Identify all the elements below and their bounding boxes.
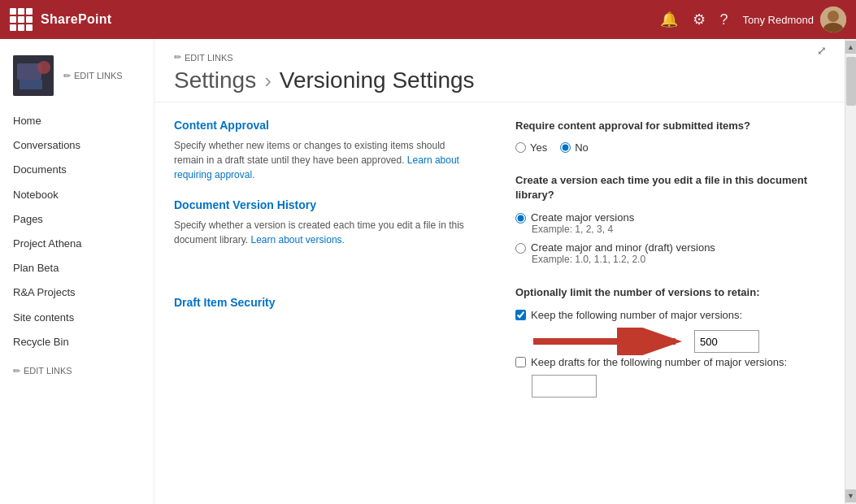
- sidebar-item-plan-beta[interactable]: Plan Beta: [0, 256, 154, 280]
- notification-icon[interactable]: 🔔: [660, 11, 678, 28]
- edit-links-top-sidebar[interactable]: ✏ EDIT LINKS: [63, 71, 123, 81]
- limit-versions-title: Optionally limit the number of versions …: [515, 285, 825, 301]
- pencil-icon: ✏: [63, 71, 71, 81]
- major-versions-radio[interactable]: [515, 213, 526, 224]
- scrollbar-down-button[interactable]: ▼: [845, 489, 857, 502]
- sidebar-navigation: Home Conversations Documents Notebook Pa…: [0, 109, 154, 354]
- doc-version-link[interactable]: Learn about versions.: [250, 234, 344, 245]
- sidebar-logo-area: ✏ EDIT LINKS: [0, 47, 154, 109]
- main-layout: ✏ EDIT LINKS Home Conversations Document…: [0, 39, 856, 504]
- keep-major-checkbox-item: Keep the following number of major versi…: [515, 308, 825, 323]
- sidebar-bottom: ✏ EDIT LINKS: [0, 358, 154, 385]
- site-logo: [13, 55, 54, 96]
- breadcrumb-parent: Settings: [174, 67, 256, 93]
- help-icon[interactable]: ?: [720, 11, 728, 28]
- sidebar-item-pages[interactable]: Pages: [0, 207, 154, 232]
- approval-no-radio[interactable]: No: [560, 141, 589, 154]
- expand-button[interactable]: ⤢: [810, 39, 833, 62]
- minor-versions-radio[interactable]: [515, 243, 526, 254]
- scrollbar-up-button[interactable]: ▲: [845, 41, 857, 54]
- approval-yes-radio[interactable]: Yes: [515, 141, 547, 154]
- doc-version-title: Document Version History: [174, 198, 476, 211]
- content-approval-desc: Specify whether new items or changes to …: [174, 138, 476, 182]
- edit-links-bottom-sidebar[interactable]: ✏ EDIT LINKS: [13, 366, 141, 376]
- settings-left-column: Content Approval Specify whether new ite…: [154, 119, 496, 417]
- keep-major-checkbox[interactable]: [515, 310, 526, 320]
- arrow-container: [515, 328, 694, 355]
- doc-version-desc: Specify whether a version is created eac…: [174, 218, 476, 247]
- top-navigation-bar: SharePoint 🔔 ⚙ ? Tony Redmond: [0, 0, 856, 39]
- waffle-icon[interactable]: [10, 8, 33, 31]
- content-area: ⤢ ✏ EDIT LINKS Settings › Versioning Set…: [154, 39, 845, 504]
- user-menu[interactable]: Tony Redmond: [743, 7, 846, 33]
- sidebar-item-ra-projects[interactable]: R&A Projects: [0, 280, 154, 305]
- keep-drafts-label[interactable]: Keep drafts for the following number of …: [531, 355, 787, 370]
- limit-versions-section: Optionally limit the number of versions …: [515, 285, 825, 398]
- settings-right-column: Require content approval for submitted i…: [496, 119, 845, 417]
- scrollbar: ▲ ▼: [845, 39, 856, 504]
- sidebar-item-conversations[interactable]: Conversations: [0, 133, 154, 158]
- approval-yes-input[interactable]: [515, 142, 526, 153]
- keep-drafts-checkbox[interactable]: [515, 357, 526, 367]
- major-versions-example: Example: 1, 2, 3, 4: [532, 224, 825, 235]
- major-versions-input[interactable]: 500: [694, 330, 759, 353]
- svg-point-6: [37, 61, 50, 74]
- content-approval-title: Content Approval: [174, 119, 476, 132]
- top-bar-icons: 🔔 ⚙ ? Tony Redmond: [660, 7, 846, 33]
- breadcrumb-current: Versioning Settings: [280, 67, 475, 93]
- sidebar-item-home[interactable]: Home: [0, 109, 154, 133]
- sidebar-item-site-contents[interactable]: Site contents: [0, 306, 154, 330]
- page-title: Settings › Versioning Settings: [174, 67, 825, 93]
- content-approval-section: Content Approval Specify whether new ite…: [174, 119, 476, 182]
- version-options: Create major versions Example: 1, 2, 3, …: [515, 211, 825, 265]
- minor-versions-option: Create major and minor (draft) versions …: [515, 241, 825, 265]
- sidebar-item-documents[interactable]: Documents: [0, 158, 154, 182]
- keep-drafts-checkbox-item: Keep drafts for the following number of …: [515, 355, 825, 370]
- settings-body: Content Approval Specify whether new ite…: [154, 102, 845, 433]
- app-logo: SharePoint: [41, 12, 111, 27]
- content-approval-right: Require content approval for submitted i…: [515, 119, 825, 154]
- approval-no-input[interactable]: [560, 142, 571, 153]
- settings-icon[interactable]: ⚙: [693, 11, 706, 28]
- drafts-versions-input[interactable]: [532, 375, 597, 398]
- edit-links-header[interactable]: ✏ EDIT LINKS: [174, 52, 825, 63]
- major-versions-label[interactable]: Create major versions: [515, 211, 825, 224]
- sidebar-item-project-athena[interactable]: Project Athena: [0, 232, 154, 256]
- red-arrow-icon: [525, 328, 688, 355]
- create-version-title: Create a version each time you edit a fi…: [515, 173, 825, 202]
- require-approval-title: Require content approval for submitted i…: [515, 119, 825, 133]
- sidebar: ✏ EDIT LINKS Home Conversations Document…: [0, 39, 154, 504]
- avatar: [820, 7, 846, 33]
- page-header: ✏ EDIT LINKS Settings › Versioning Setti…: [154, 39, 845, 102]
- sidebar-item-notebook[interactable]: Notebook: [0, 183, 154, 207]
- doc-version-section: Document Version History Specify whether…: [174, 198, 476, 247]
- major-versions-option: Create major versions Example: 1, 2, 3, …: [515, 211, 825, 235]
- version-creation-right: Create a version each time you edit a fi…: [515, 173, 825, 398]
- user-name: Tony Redmond: [743, 14, 814, 26]
- keep-major-label[interactable]: Keep the following number of major versi…: [531, 308, 742, 323]
- breadcrumb-separator: ›: [264, 68, 272, 93]
- scrollbar-thumb[interactable]: [846, 57, 856, 106]
- arrow-input-row: 500: [515, 328, 825, 355]
- svg-point-1: [828, 11, 839, 22]
- draft-section-title: Draft Item Security: [174, 296, 476, 309]
- pencil-icon-bottom: ✏: [13, 366, 20, 376]
- scrollbar-track[interactable]: [845, 54, 857, 489]
- minor-versions-label[interactable]: Create major and minor (draft) versions: [515, 241, 825, 254]
- minor-versions-example: Example: 1.0, 1.1, 1.2, 2.0: [532, 254, 825, 265]
- sidebar-item-recycle-bin[interactable]: Recycle Bin: [0, 330, 154, 354]
- pencil-icon-header: ✏: [174, 52, 181, 63]
- approval-radio-group: Yes No: [515, 141, 825, 154]
- svg-rect-5: [20, 80, 42, 89]
